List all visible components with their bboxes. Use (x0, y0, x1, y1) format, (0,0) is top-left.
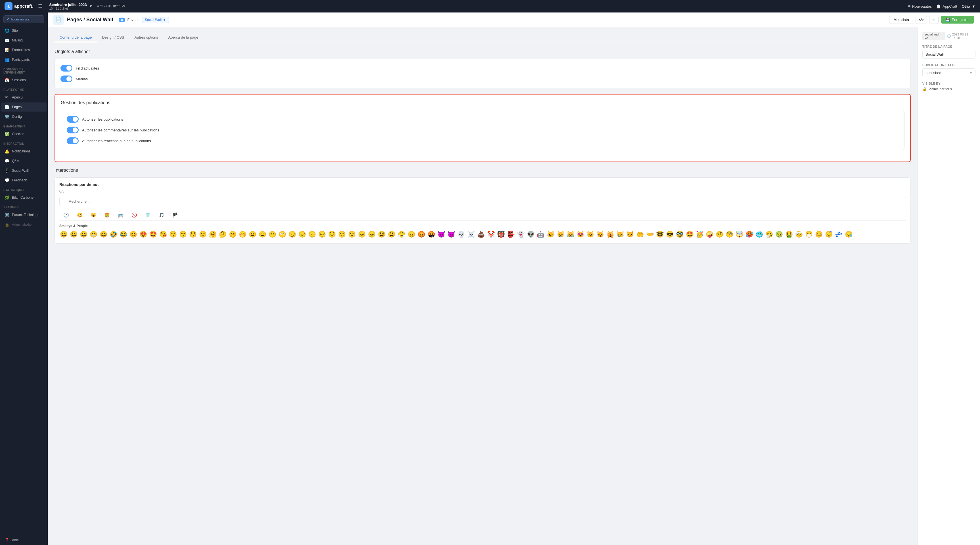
emoji-59[interactable]: 🤲 (636, 230, 644, 239)
emoji-71[interactable]: 🥶 (755, 230, 764, 239)
sidebar-item-feedback[interactable]: 💭 Feedback (1, 176, 46, 185)
save-button[interactable]: 💾 Enregistrer (941, 16, 974, 24)
emoji-43[interactable]: 💩 (477, 230, 485, 239)
emoji-34[interactable]: 😩 (387, 230, 396, 239)
sidebar-item-apercu[interactable]: 👁 Aperçu (1, 93, 46, 102)
emoji-24[interactable]: 😏 (288, 230, 297, 239)
emoji-37[interactable]: 😡 (417, 230, 426, 239)
emoji-5[interactable]: 😆 (99, 230, 108, 239)
emoji-20[interactable]: 😐 (248, 230, 257, 239)
toggle-reactions[interactable] (67, 137, 79, 144)
sidebar-item-checkin[interactable]: ✅ Checkin (1, 129, 46, 138)
sidebar-item-participants[interactable]: 👥 Participants (1, 55, 46, 64)
emoji-28[interactable]: 😟 (328, 230, 336, 239)
emoji-46[interactable]: 👺 (506, 230, 515, 239)
emoji-56[interactable]: 🙀 (606, 230, 615, 239)
emoji-55[interactable]: 😽 (596, 230, 605, 239)
emoji-51[interactable]: 😸 (556, 230, 565, 239)
emoji-14[interactable]: 😚 (188, 230, 197, 239)
emoji-search-input[interactable] (59, 197, 906, 206)
sidebar-item-aide[interactable]: ❓ Aide (1, 535, 46, 545)
emoji-35[interactable]: 😤 (397, 230, 406, 239)
emoji-33[interactable]: 😫 (377, 230, 386, 239)
sidebar-item-mailing[interactable]: ✉️ Mailing (1, 36, 46, 45)
toggle-medias[interactable] (60, 76, 72, 82)
emoji-50[interactable]: 😺 (546, 230, 555, 239)
emoji-53[interactable]: 😻 (576, 230, 585, 239)
emoji-tab-food[interactable]: 🍔 (100, 210, 114, 221)
emoji-77[interactable]: 🤒 (815, 230, 823, 239)
emoji-29[interactable]: 😕 (337, 230, 346, 239)
emoji-27[interactable]: 😔 (318, 230, 326, 239)
sidebar-item-formulaires[interactable]: 📝 Formulaires (1, 45, 46, 54)
emoji-54[interactable]: 😼 (586, 230, 595, 239)
emoji-70[interactable]: 🥵 (745, 230, 754, 239)
sidebar-item-notifications[interactable]: 🔔 Notifications (1, 147, 46, 156)
emoji-9[interactable]: 😍 (139, 230, 148, 239)
emoji-67[interactable]: 🤨 (715, 230, 724, 239)
emoji-79[interactable]: 💤 (834, 230, 843, 239)
emoji-19[interactable]: 🤭 (238, 230, 247, 239)
emoji-25[interactable]: 😒 (298, 230, 307, 239)
emoji-11[interactable]: 😘 (159, 230, 167, 239)
emoji-72[interactable]: 🤧 (765, 230, 773, 239)
emoji-44[interactable]: 🤡 (487, 230, 495, 239)
tab-contenu[interactable]: Contenu de la page (54, 33, 97, 42)
emoji-64[interactable]: 🤩 (685, 230, 694, 239)
emoji-17[interactable]: 🤔 (218, 230, 227, 239)
emoji-18[interactable]: 🤫 (228, 230, 237, 239)
sidebar-item-site[interactable]: 🌐 Site (1, 26, 46, 35)
event-selector[interactable]: Séminaire juillet 2023 10 - 11 Juillet ▼ (49, 3, 92, 10)
emoji-42[interactable]: ☠️ (467, 230, 476, 239)
emoji-15[interactable]: 🙂 (199, 230, 207, 239)
emoji-23[interactable]: 🙄 (278, 230, 287, 239)
emoji-39[interactable]: 😈 (437, 230, 446, 239)
emoji-58[interactable]: 😾 (626, 230, 635, 239)
history-button[interactable]: ↩ (929, 16, 939, 24)
emoji-63[interactable]: 🥸 (675, 230, 684, 239)
toggle-commentaires[interactable] (67, 127, 79, 133)
tab-autres[interactable]: Autres options (129, 33, 163, 42)
emoji-78[interactable]: 😴 (824, 230, 833, 239)
emoji-75[interactable]: 🤕 (795, 230, 803, 239)
toggle-fil-actualites[interactable] (60, 65, 72, 72)
emoji-26[interactable]: 😞 (308, 230, 317, 239)
emoji-3[interactable]: 😄 (79, 230, 88, 239)
tab-apercu[interactable]: Aperçu de la page (163, 33, 204, 42)
emoji-2[interactable]: 😃 (69, 230, 78, 239)
emoji-21[interactable]: 😑 (258, 230, 267, 239)
emoji-52[interactable]: 😹 (566, 230, 575, 239)
emoji-76[interactable]: 😷 (805, 230, 813, 239)
publication-state-select[interactable]: published draft unpublished (923, 68, 975, 77)
metadata-button[interactable]: Metadata (889, 16, 913, 24)
emoji-tab-travel[interactable]: 🚌 (114, 210, 127, 221)
emoji-60[interactable]: 👐 (646, 230, 654, 239)
emoji-31[interactable]: 😣 (358, 230, 366, 239)
socialwall-tag[interactable]: Social Wall ▼ (142, 17, 169, 23)
titre-input[interactable] (923, 50, 975, 59)
favoris-link[interactable]: Favoris (127, 17, 140, 22)
emoji-61[interactable]: 🤓 (655, 230, 664, 239)
access-site-button[interactable]: ↗ Accès au site (3, 15, 44, 23)
emoji-tab-animals[interactable]: 😺 (87, 210, 100, 221)
emoji-40[interactable]: 👿 (447, 230, 456, 239)
emoji-4[interactable]: 😁 (89, 230, 98, 239)
emoji-16[interactable]: 🤗 (208, 230, 217, 239)
emoji-48[interactable]: 👽 (527, 230, 535, 239)
emoji-80[interactable]: 😪 (844, 230, 853, 239)
emoji-68[interactable]: 🧐 (725, 230, 734, 239)
emoji-41[interactable]: 💀 (457, 230, 466, 239)
sidebar-item-socialwall[interactable]: 📱 Social Wall (1, 166, 46, 175)
toggle-autoriser-publications[interactable] (67, 116, 79, 122)
code-button[interactable]: </> (916, 16, 927, 24)
sidebar-item-config[interactable]: ⚙️ Config (1, 112, 46, 121)
emoji-36[interactable]: 😠 (407, 230, 416, 239)
nouveautes[interactable]: Nouveautés (908, 4, 932, 8)
emoji-tab-recent[interactable]: 🕐 (59, 210, 73, 221)
sidebar-item-param[interactable]: ⚙️ Param. Technique (1, 210, 46, 219)
menu-toggle-button[interactable]: ☰ (38, 3, 43, 10)
sidebar-item-bilan[interactable]: 🌿 Bilan Carbone (1, 193, 46, 202)
emoji-6[interactable]: 🤣 (109, 230, 118, 239)
emoji-49[interactable]: 🤖 (536, 230, 545, 239)
tab-design[interactable]: Design / CSS (97, 33, 129, 42)
